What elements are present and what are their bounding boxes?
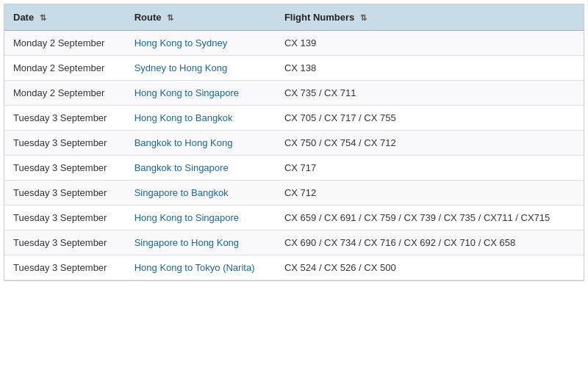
cell-flights: CX 712	[276, 181, 584, 206]
cell-date: Tuesday 3 September	[4, 181, 126, 206]
table-header-row: Date ⇅ Route ⇅ Flight Numbers ⇅	[4, 4, 584, 31]
cell-flights: CX 659 / CX 691 / CX 759 / CX 739 / CX 7…	[276, 206, 584, 231]
cell-date: Tuesday 3 September	[4, 156, 126, 181]
cell-flights: CX 750 / CX 754 / CX 712	[276, 131, 584, 156]
table-row: Tuesday 3 SeptemberHong Kong to Singapor…	[4, 206, 584, 231]
flight-table: Date ⇅ Route ⇅ Flight Numbers ⇅ Monday 2…	[4, 4, 584, 280]
cell-route: Singapore to Hong Kong	[126, 231, 276, 255]
table-row: Tuesday 3 SeptemberBangkok to SingaporeC…	[4, 156, 584, 181]
col-route[interactable]: Route ⇅	[126, 4, 276, 31]
cell-route: Hong Kong to Singapore	[126, 81, 276, 106]
col-flights[interactable]: Flight Numbers ⇅	[276, 4, 584, 31]
cell-flights: CX 139	[276, 31, 584, 56]
cell-date: Monday 2 September	[4, 31, 126, 56]
cell-route: Hong Kong to Bangkok	[126, 106, 276, 131]
col-flights-sort-icon: ⇅	[360, 13, 367, 23]
cell-flights: CX 524 / CX 526 / CX 500	[276, 255, 584, 280]
table-body: Monday 2 SeptemberHong Kong to SydneyCX …	[4, 31, 584, 280]
cell-route: Sydney to Hong Kong	[126, 56, 276, 81]
cell-route: Bangkok to Hong Kong	[126, 131, 276, 156]
col-flights-label: Flight Numbers	[284, 12, 354, 23]
cell-route: Bangkok to Singapore	[126, 156, 276, 181]
cell-route: Hong Kong to Sydney	[126, 31, 276, 56]
table-row: Tuesday 3 SeptemberBangkok to Hong KongC…	[4, 131, 584, 156]
cell-flights: CX 138	[276, 56, 584, 81]
cell-date: Tuesday 3 September	[4, 131, 126, 156]
table-row: Tuesday 3 SeptemberHong Kong to BangkokC…	[4, 106, 584, 131]
table-row: Tuesday 3 SeptemberHong Kong to Tokyo (N…	[4, 255, 584, 280]
col-date-sort-icon: ⇅	[40, 13, 46, 23]
cell-route: Hong Kong to Singapore	[126, 206, 276, 231]
table-row: Tuesday 3 SeptemberSingapore to Hong Kon…	[4, 231, 584, 255]
table-row: Monday 2 SeptemberSydney to Hong KongCX …	[4, 56, 584, 81]
col-date[interactable]: Date ⇅	[4, 4, 126, 31]
cell-date: Tuesday 3 September	[4, 255, 126, 280]
flight-table-container: Date ⇅ Route ⇅ Flight Numbers ⇅ Monday 2…	[4, 4, 584, 281]
table-row: Monday 2 SeptemberHong Kong to SydneyCX …	[4, 31, 584, 56]
cell-flights: CX 735 / CX 711	[276, 81, 584, 106]
cell-date: Monday 2 September	[4, 56, 126, 81]
cell-flights: CX 690 / CX 734 / CX 716 / CX 692 / CX 7…	[276, 231, 584, 255]
col-date-label: Date	[13, 12, 34, 23]
cell-date: Tuesday 3 September	[4, 231, 126, 255]
cell-date: Tuesday 3 September	[4, 206, 126, 231]
cell-date: Monday 2 September	[4, 81, 126, 106]
cell-flights: CX 717	[276, 156, 584, 181]
table-row: Tuesday 3 SeptemberSingapore to BangkokC…	[4, 181, 584, 206]
cell-route: Hong Kong to Tokyo (Narita)	[126, 255, 276, 280]
col-route-sort-icon: ⇅	[167, 13, 173, 23]
cell-date: Tuesday 3 September	[4, 106, 126, 131]
cell-route: Singapore to Bangkok	[126, 181, 276, 206]
cell-flights: CX 705 / CX 717 / CX 755	[276, 106, 584, 131]
col-route-label: Route	[135, 12, 162, 23]
table-row: Monday 2 SeptemberHong Kong to Singapore…	[4, 81, 584, 106]
